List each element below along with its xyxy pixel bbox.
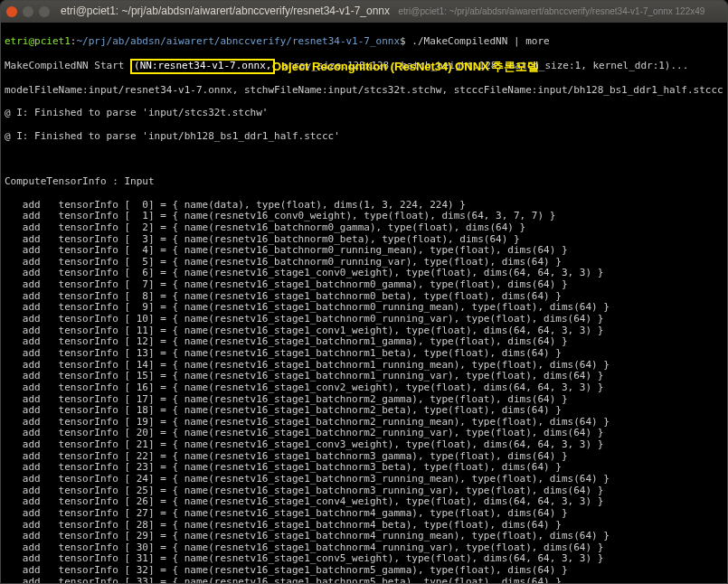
tensor-row: add tensorInfo [ 16] = { name(resnetv16_… bbox=[5, 382, 723, 394]
tensor-row: add tensorInfo [ 32] = { name(resnetv16_… bbox=[5, 565, 723, 577]
titlebar: etri@pciet1: ~/prj/ab/abdsn/aiwarert/abn… bbox=[1, 1, 727, 23]
tensor-row: add tensorInfo [ 24] = { name(resnetv16_… bbox=[5, 474, 723, 485]
prompt-user: etri@pciet1 bbox=[5, 35, 71, 47]
tensor-row: add tensorInfo [ 1] = { name(resnetv16_c… bbox=[5, 211, 723, 222]
start-line: MakeCompiledNN Start (NN:resnet34-v1-7.o… bbox=[5, 59, 723, 74]
window-title-main: etri@pciet1: ~/prj/ab/abdsn/aiwarert/abn… bbox=[61, 5, 390, 17]
maximize-icon[interactable] bbox=[39, 6, 50, 17]
tensor-row: add tensorInfo [ 27] = { name(resnetv16_… bbox=[5, 508, 723, 520]
cti-header: ComputeTensorInfo : Input bbox=[5, 176, 723, 188]
tensor-row: add tensorInfo [ 7] = { name(resnetv16_s… bbox=[5, 279, 723, 291]
window-title: etri@pciet1: ~/prj/ab/abdsn/aiwarert/abn… bbox=[61, 5, 722, 18]
tensor-list: add tensorInfo [ 0] = { name(data), type… bbox=[5, 200, 723, 583]
tensor-row: add tensorInfo [ 15] = { name(resnetv16_… bbox=[5, 371, 723, 382]
tensor-row: add tensorInfo [ 26] = { name(resnetv16_… bbox=[5, 496, 723, 508]
tensor-row: add tensorInfo [ 21] = { name(resnetv16_… bbox=[5, 439, 723, 451]
tensor-row: add tensorInfo [ 18] = { name(resnetv16_… bbox=[5, 405, 723, 417]
command-text: ./MakeCompiledNN | more bbox=[411, 35, 549, 47]
close-icon[interactable] bbox=[6, 6, 17, 17]
tensor-row: add tensorInfo [ 4] = { name(resnetv16_b… bbox=[5, 245, 723, 257]
tensor-row: add tensorInfo [ 2] = { name(resnetv16_b… bbox=[5, 222, 723, 234]
tensor-row: add tensorInfo [ 33] = { name(resnetv16_… bbox=[5, 577, 723, 583]
finished-1: @ I: Finished to parse 'input/stcs32t.st… bbox=[5, 108, 723, 119]
tensor-row: add tensorInfo [ 13] = { name(resnetv16_… bbox=[5, 348, 723, 360]
tensor-row: add tensorInfo [ 29] = { name(resnetv16_… bbox=[5, 531, 723, 542]
minimize-icon[interactable] bbox=[23, 6, 33, 17]
tensor-row: add tensorInfo [ 10] = { name(resnetv16_… bbox=[5, 314, 723, 325]
prompt-line: etri@pciet1:~/prj/ab/abdsn/aiwarert/abnc… bbox=[5, 36, 723, 48]
modelfilename-line: modelFileName:input/resnet34-v1-7.onnx, … bbox=[5, 85, 723, 97]
finished-2: @ I: Finished to parse 'input/bh128_bs1_… bbox=[5, 131, 723, 143]
highlight-nn: (NN:resnet34-v1-7.onnx, bbox=[130, 59, 275, 74]
terminal-window: etri@pciet1: ~/prj/ab/abdsn/aiwarert/abn… bbox=[0, 0, 728, 584]
window-title-dims: etri@pciet1: ~/prj/ab/abdsn/aiwarert/abn… bbox=[398, 6, 704, 16]
prompt-path: ~/prj/ab/abdsn/aiwarert/abnccverify/resn… bbox=[76, 35, 400, 47]
terminal-body[interactable]: etri@pciet1:~/prj/ab/abdsn/aiwarert/abnc… bbox=[1, 23, 727, 583]
